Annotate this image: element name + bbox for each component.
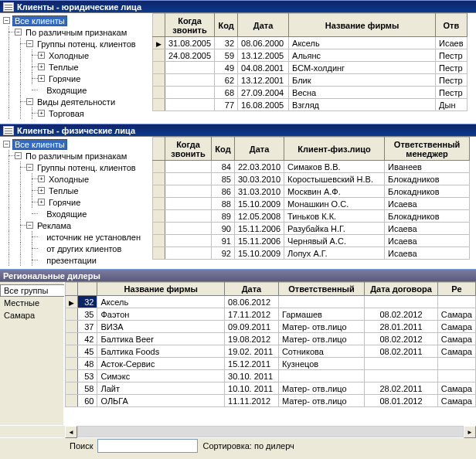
cell-contract[interactable]: 28.02.2011	[365, 382, 438, 395]
table-row[interactable]: 58Лайт10.10. 2011Матер- отв.лицо28.02.20…	[66, 382, 476, 395]
table-row[interactable]: 37ВИЗА09.09.2011Матер- отв.лицо28.01.201…	[66, 321, 476, 333]
panel2-tree[interactable]: − Все клиенты − По различным признакам −…	[0, 137, 152, 269]
col-contract[interactable]: Дата договора	[365, 283, 438, 296]
cell-manager[interactable]: Иванеев	[385, 161, 470, 173]
cell-code[interactable]: 37	[77, 321, 97, 333]
cell-resp[interactable]: Пестр	[436, 49, 468, 62]
tree-item[interactable]: источник не установлен	[0, 231, 152, 243]
cell-code[interactable]: 68	[215, 87, 238, 99]
cell-person[interactable]: Разубайка Н.Г.	[284, 223, 385, 235]
cell-firm[interactable]: Балтика Beer	[97, 333, 225, 345]
cell-firm[interactable]: Блик	[289, 74, 436, 87]
table-row[interactable]: 32Аксель08.06.2012	[66, 296, 476, 308]
cell-resp[interactable]: Гармашев	[278, 308, 364, 321]
tree-item[interactable]: Входящие	[0, 208, 152, 219]
cell-when[interactable]	[165, 161, 212, 173]
col-code[interactable]: Код	[215, 14, 238, 37]
cell-reg[interactable]	[437, 358, 475, 370]
tree-item[interactable]: +Холодные	[0, 49, 152, 61]
tree-item[interactable]: +Горячие	[0, 73, 152, 84]
cell-firm[interactable]: Альянс	[289, 49, 436, 62]
cell-when[interactable]	[165, 74, 215, 87]
cell-manager[interactable]: Блокадников	[385, 210, 470, 223]
cell-reg[interactable]: Самара	[437, 333, 475, 345]
col-reg[interactable]: Ре	[437, 283, 475, 296]
table-row[interactable]: 60ОЛЬГА11.11.2012Матер- отв.лицо08.01.20…	[66, 395, 476, 407]
cell-when[interactable]	[165, 247, 212, 260]
table-row[interactable]: 24.08.20055913.12.2005АльянсПестр	[153, 49, 468, 62]
cell-person[interactable]: Симаков В.В.	[284, 161, 385, 173]
col-date[interactable]: Дата	[238, 14, 289, 37]
table-row[interactable]: 31.08.20053208.06.2000АксельИсаев	[153, 37, 468, 49]
cell-firm[interactable]: Балтика Foods	[97, 345, 225, 358]
cell-code[interactable]: 35	[77, 308, 97, 321]
tree-item[interactable]: − Группы потенц. клиентов	[0, 162, 152, 173]
tree-item[interactable]: − Реклама	[0, 219, 152, 231]
col-code[interactable]: Код	[212, 138, 235, 161]
cell-date[interactable]: 30.03.2010	[235, 173, 284, 185]
table-row[interactable]: 35Фаэтон17.11.2012Гармашев08.02.2012Сама…	[66, 308, 476, 321]
cell-code[interactable]: 42	[77, 333, 97, 345]
cell-resp[interactable]: Кузнецов	[278, 358, 364, 370]
cell-code[interactable]: 77	[215, 99, 238, 111]
table-row[interactable]: 53Симэкс30.10. 2011	[66, 370, 476, 382]
tree-root[interactable]: − Все клиенты	[0, 138, 152, 150]
col-firm[interactable]: Название фирмы	[97, 283, 225, 296]
tree-item[interactable]: +Холодные	[0, 173, 152, 185]
horizontal-scrollbar[interactable]: ◄ ►	[0, 425, 476, 437]
cell-date[interactable]: 30.10. 2011	[225, 370, 279, 382]
cell-contract[interactable]	[365, 370, 438, 382]
cell-person[interactable]: Монашкин О.С.	[284, 198, 385, 210]
cell-manager[interactable]: Блокадников	[385, 185, 470, 198]
cell-firm[interactable]: ОЛЬГА	[97, 395, 225, 407]
cell-resp[interactable]: Матер- отв.лицо	[278, 395, 364, 407]
cell-person[interactable]: Москвин А.Ф.	[284, 185, 385, 198]
cell-date[interactable]: 17.11.2012	[225, 308, 279, 321]
cell-code[interactable]: 88	[212, 198, 235, 210]
table-row[interactable]: 8422.03.2010Симаков В.В.Иванеев	[153, 161, 470, 173]
cell-reg[interactable]: Самара	[437, 382, 475, 395]
cell-code[interactable]: 45	[77, 345, 97, 358]
cell-contract[interactable]	[365, 296, 438, 308]
panel3-grid[interactable]: Название фирмы Дата Ответственный Дата д…	[65, 282, 476, 425]
cell-manager[interactable]: Блокадников	[385, 173, 470, 185]
cell-resp[interactable]: Пестр	[436, 87, 468, 99]
cell-date[interactable]: 15.10.2009	[235, 247, 284, 260]
cell-date[interactable]: 16.08.2005	[238, 99, 289, 111]
cell-reg[interactable]: Самара	[437, 308, 475, 321]
cell-date[interactable]: 09.09.2011	[225, 321, 279, 333]
col-date[interactable]: Дата	[225, 283, 279, 296]
cell-firm[interactable]: Аксель	[97, 296, 225, 308]
cell-code[interactable]: 48	[77, 358, 97, 370]
cell-resp[interactable]: Пестр	[436, 74, 468, 87]
tree-item[interactable]: +Теплые	[0, 185, 152, 196]
cell-date[interactable]: 04.08.2001	[238, 62, 289, 74]
cell-contract[interactable]: 08.02.2011	[365, 345, 438, 358]
cell-resp[interactable]: Пестр	[436, 62, 468, 74]
cell-firm[interactable]: Взгляд	[289, 99, 436, 111]
cell-contract[interactable]: 08.01.2012	[365, 395, 438, 407]
cell-firm[interactable]: БСМ-холдинг	[289, 62, 436, 74]
col-when[interactable]: Когда звонить	[165, 138, 212, 161]
cell-resp[interactable]: Матер- отв.лицо	[278, 382, 364, 395]
cell-when[interactable]	[165, 235, 212, 247]
cell-code[interactable]: 32	[77, 296, 97, 308]
cell-date[interactable]: 13.12.2001	[238, 74, 289, 87]
panel1-grid[interactable]: Когда звонить Код Дата Название фирмы От…	[152, 13, 476, 124]
table-row[interactable]: 8631.03.2010Москвин А.Ф.Блокадников	[153, 185, 470, 198]
cell-reg[interactable]: Самара	[437, 395, 475, 407]
tree-item[interactable]: презентации	[0, 254, 152, 266]
cell-date[interactable]: 15.11.2006	[235, 235, 284, 247]
cell-reg[interactable]	[437, 370, 475, 382]
cell-when[interactable]	[165, 62, 215, 74]
cell-date[interactable]: 10.10. 2011	[225, 382, 279, 395]
cell-date[interactable]: 08.06.2012	[225, 296, 279, 308]
cell-code[interactable]: 49	[215, 62, 238, 74]
cell-code[interactable]: 60	[77, 395, 97, 407]
cell-date[interactable]: 19.02. 2011	[225, 345, 279, 358]
cell-code[interactable]: 62	[215, 74, 238, 87]
table-row[interactable]: 48Асток-Сервис15.12.2011Кузнецов	[66, 358, 476, 370]
scroll-left-icon[interactable]: ◄	[65, 426, 77, 438]
cell-date[interactable]: 31.03.2010	[235, 185, 284, 198]
cell-code[interactable]: 32	[215, 37, 238, 49]
